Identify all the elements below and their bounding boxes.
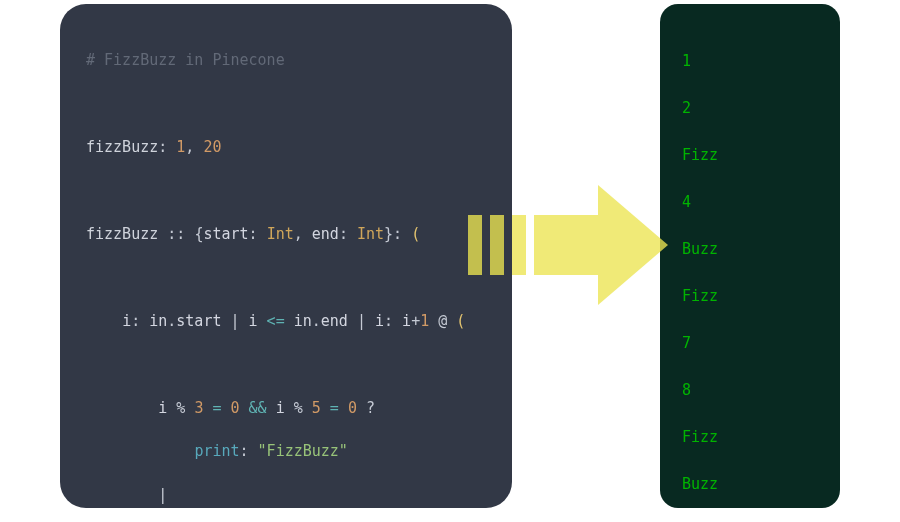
output-line-2: 2: [682, 97, 830, 121]
code-line-c1-print: print: "FizzBuzz": [86, 441, 492, 463]
svg-rect-3: [534, 215, 598, 275]
arrow-icon: [468, 165, 668, 325]
code-line-c1: i % 3 = 0 && i % 5 = 0 ?: [86, 398, 492, 420]
code-comment: # FizzBuzz in Pinecone: [86, 51, 285, 69]
code-line-call: fizzBuzz: 1, 20: [86, 137, 492, 159]
svg-rect-2: [512, 215, 526, 275]
code-line-comment: # FizzBuzz in Pinecone: [86, 50, 492, 72]
svg-rect-1: [490, 215, 504, 275]
code-line-blank3: [86, 267, 492, 289]
code-line-bar1: |: [86, 485, 492, 507]
code-line-blank2: [86, 180, 492, 202]
output-line-6: Fizz: [682, 285, 830, 309]
output-line-9: Fizz: [682, 426, 830, 450]
output-line-8: 8: [682, 379, 830, 403]
code-line-loop: i: in.start | i <= in.end | i: i+1 @ (: [86, 311, 492, 333]
output-line-10: Buzz: [682, 473, 830, 497]
output-line-7: 7: [682, 332, 830, 356]
code-line-blank4: [86, 354, 492, 376]
output-line-3: Fizz: [682, 144, 830, 168]
svg-rect-0: [468, 215, 482, 275]
code-line-def: fizzBuzz :: {start: Int, end: Int}: (: [86, 224, 492, 246]
svg-marker-4: [598, 185, 668, 305]
code-panel: # FizzBuzz in Pinecone fizzBuzz: 1, 20 f…: [60, 4, 512, 508]
output-panel: 1 2 Fizz 4 Buzz Fizz 7 8 Fizz Buzz 11 Fi…: [660, 4, 840, 508]
output-line-5: Buzz: [682, 238, 830, 262]
output-line-4: 4: [682, 191, 830, 215]
code-line-blank1: [86, 93, 492, 115]
stage: # FizzBuzz in Pinecone fizzBuzz: 1, 20 f…: [0, 0, 900, 522]
output-line-1: 1: [682, 50, 830, 74]
